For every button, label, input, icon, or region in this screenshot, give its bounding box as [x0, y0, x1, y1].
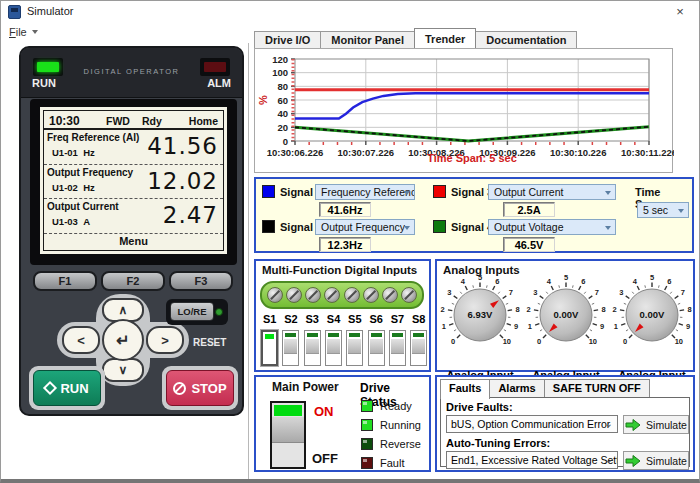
vertical-divider — [248, 43, 249, 479]
lcd-value: 12.02 — [147, 168, 218, 194]
digital-input-switch[interactable] — [368, 330, 385, 366]
signal2-color-swatch — [262, 220, 275, 233]
signal4-dropdown[interactable]: Output Voltage — [488, 219, 616, 235]
digital-input-label: S2 — [284, 313, 297, 327]
auto-tuning-error-dropdown[interactable]: End1, Excessive Rated Voltage Setting⌄ — [446, 451, 618, 469]
signal3-value: 2.5A — [503, 202, 555, 217]
green-arrow-icon — [625, 454, 642, 468]
app-icon — [8, 5, 21, 19]
digital-input-label: S1 — [263, 313, 276, 327]
svg-text:0: 0 — [451, 337, 455, 346]
svg-text:10: 10 — [589, 337, 597, 346]
stop-button[interactable]: STOP — [166, 370, 234, 406]
digital-input-label: S7 — [391, 313, 404, 327]
digital-operator-panel: RUN DIGITAL OPERATOR ALM 10:30 FWD Rdy H… — [19, 46, 244, 416]
running-led — [361, 419, 373, 431]
alarm-led-label: ALM — [207, 77, 231, 89]
digital-input-switch[interactable] — [261, 330, 278, 366]
right-arrow-button[interactable]: > — [146, 326, 184, 354]
enter-button[interactable]: ↵ — [102, 319, 144, 361]
close-icon[interactable]: × — [671, 3, 689, 21]
tab-alarms[interactable]: Alarms — [489, 379, 544, 397]
analog-knob-a1[interactable]: Analog Input A10123456789106.93V — [439, 275, 521, 359]
lcd-value: 41.56 — [147, 133, 218, 159]
digital-input-label: S8 — [412, 313, 425, 327]
lo-re-button[interactable]: LO/RE — [170, 302, 214, 321]
lo-re-led — [215, 308, 223, 316]
digital-input-switch[interactable] — [325, 330, 342, 366]
simulate-auto-tuning-button[interactable]: Simulate — [623, 451, 689, 470]
svg-text:6: 6 — [581, 277, 585, 286]
file-menu-caret-icon — [32, 30, 38, 34]
digital-input-s7: S7 — [387, 313, 408, 366]
f3-button[interactable]: F3 — [169, 271, 233, 291]
run-diamond-icon — [43, 381, 57, 395]
tab-trender[interactable]: Trender — [414, 28, 476, 48]
svg-text:80: 80 — [277, 81, 288, 92]
digital-input-s5: S5 — [344, 313, 365, 366]
digital-input-switch[interactable] — [389, 330, 406, 366]
left-arrow-button[interactable]: < — [62, 326, 100, 354]
stop-button-bezel: STOP — [162, 366, 238, 410]
lcd-status-bar: 10:30 FWD Rdy Home — [44, 111, 223, 130]
terminal-screw — [286, 287, 302, 303]
digital-input-switch[interactable] — [282, 330, 299, 366]
status-reverse-row: Reverse — [361, 438, 421, 450]
signal3-dropdown[interactable]: Output Current — [488, 184, 616, 200]
svg-text:3: 3 — [533, 288, 537, 297]
tab-documentation[interactable]: Documentation — [475, 31, 577, 48]
run-button[interactable]: RUN — [33, 370, 101, 406]
signal1-dropdown[interactable]: Frequency Reference — [315, 184, 415, 200]
knob-face: 0123456789106.93V — [439, 275, 521, 355]
svg-text:1: 1 — [528, 322, 532, 331]
terminal-screw — [267, 287, 283, 303]
svg-text:8: 8 — [515, 305, 519, 314]
digital-inputs-title: Multi-Function Digital Inputs — [262, 264, 417, 276]
drive-fault-dropdown[interactable]: bUS, Option Communication Error⌄ — [446, 415, 618, 433]
svg-text:10: 10 — [503, 337, 511, 346]
tab-faults[interactable]: Faults — [440, 379, 490, 399]
f1-button[interactable]: F1 — [33, 271, 97, 291]
terminal-screw — [401, 287, 417, 303]
terminal-strip — [260, 281, 424, 309]
svg-text:7: 7 — [509, 288, 513, 297]
digital-inputs-panel: Multi-Function Digital Inputs S1S2S3S4S5… — [254, 259, 431, 372]
svg-text:8: 8 — [601, 305, 605, 314]
svg-text:20: 20 — [277, 122, 288, 133]
terminal-screw — [305, 287, 321, 303]
svg-text:0: 0 — [283, 136, 288, 147]
digital-input-label: S4 — [327, 313, 340, 327]
auto-tuning-errors-label: Auto-Tuning Errors: — [446, 437, 550, 449]
analog-knob-a3[interactable]: Analog Input A30123456789100.00V — [611, 275, 693, 359]
down-arrow-button[interactable]: ∨ — [102, 358, 144, 382]
f2-button[interactable]: F2 — [101, 271, 165, 291]
signal2-dropdown[interactable]: Output Frequency — [315, 219, 415, 235]
file-menu[interactable]: File — [9, 26, 38, 38]
main-power-panel: Main Power ON OFF Drive Status Ready Run… — [254, 375, 431, 472]
main-power-title: Main Power — [272, 380, 339, 394]
signal4-color-swatch — [433, 220, 446, 233]
time-span-dropdown[interactable]: 5 sec — [637, 202, 689, 218]
analog-knob-a2[interactable]: Analog Input A20123456789100.00V — [525, 275, 607, 359]
simulate-fault-button[interactable]: Simulate — [623, 415, 689, 434]
status-fault-row: Fault — [361, 457, 404, 469]
faults-tab-page: Drive Faults: bUS, Option Communication … — [440, 397, 690, 467]
digital-input-switch[interactable] — [410, 330, 427, 366]
alarm-led — [200, 58, 230, 76]
green-arrow-icon — [625, 418, 642, 432]
signal1-color-swatch — [262, 185, 275, 198]
svg-text:5: 5 — [478, 275, 482, 282]
svg-text:2: 2 — [612, 305, 616, 314]
main-power-handle — [272, 417, 304, 443]
svg-text:10: 10 — [675, 337, 683, 346]
digital-input-switch[interactable] — [346, 330, 363, 366]
digital-input-label: S3 — [306, 313, 319, 327]
svg-text:1: 1 — [614, 322, 618, 331]
digital-input-switch[interactable] — [304, 330, 321, 366]
digital-input-s6: S6 — [365, 313, 386, 366]
tab-monitor-panel[interactable]: Monitor Panel — [320, 31, 415, 48]
svg-text:3: 3 — [619, 288, 623, 297]
tab-safe-turn-off[interactable]: SAFE TURN OFF — [544, 379, 650, 397]
tab-drive-io[interactable]: Drive I/O — [254, 31, 321, 48]
main-power-switch[interactable] — [270, 401, 306, 469]
